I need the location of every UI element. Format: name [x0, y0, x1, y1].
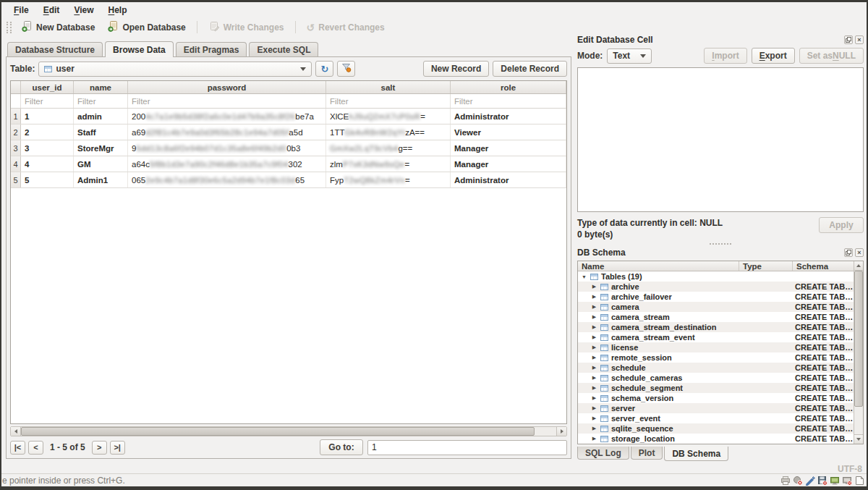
tree-item-table[interactable]: ▶schema_version CREATE TAB… [578, 393, 854, 403]
column-header-user-id[interactable]: user_id [21, 81, 74, 93]
tree-item-table[interactable]: ▶archive_failover CREATE TAB… [578, 292, 854, 302]
tree-item-table[interactable]: ▶server CREATE TAB… [578, 403, 854, 413]
scroll-right-icon[interactable] [556, 427, 566, 436]
new-record-button[interactable]: New Record [423, 61, 489, 77]
collapse-icon[interactable]: ▼ [581, 274, 587, 279]
cell-password[interactable]: 95dd13c8a6f2e94b07d1c35a8e6f49b2d00b3 [128, 140, 326, 156]
scroll-down-icon[interactable] [854, 434, 863, 444]
filter-input-name[interactable] [74, 94, 127, 108]
cell-user-id[interactable]: 2 [21, 124, 74, 140]
tab-browse-data[interactable]: Browse Data [105, 41, 174, 57]
float-dock-icon[interactable] [844, 35, 853, 44]
expand-icon[interactable]: ▶ [591, 385, 597, 391]
cell-salt[interactable]: XlCEhJ9uQ2mX7cP0sR= [326, 109, 451, 124]
tree-item-table[interactable]: ▶storage_location CREATE TAB… [578, 434, 854, 444]
scrollbar-thumb[interactable] [854, 271, 863, 407]
cell-salt[interactable]: 1TTGk4vR8nW2qYtzA== [326, 124, 451, 140]
cell-name[interactable]: Admin1 [74, 172, 128, 187]
float-dock-icon[interactable] [844, 248, 853, 257]
row-number[interactable]: 3 [11, 140, 21, 156]
cell-value-editor[interactable] [577, 67, 864, 212]
filter-input-user-id[interactable] [21, 94, 73, 108]
expand-icon[interactable]: ▶ [591, 415, 597, 421]
cell-password[interactable]: a69d2f81c4b7e9a0d3f65b28c1e94a7d05fa5d [128, 124, 326, 140]
tree-item-table[interactable]: ▶camera_stream_destination CREATE TAB… [578, 322, 854, 332]
table-select[interactable]: user [38, 62, 312, 77]
cell-role[interactable]: Viewer [451, 124, 566, 140]
expand-icon[interactable]: ▶ [591, 304, 597, 310]
cell-name[interactable]: Staff [74, 124, 128, 140]
scroll-left-icon[interactable] [11, 427, 21, 436]
expand-icon[interactable]: ▶ [591, 426, 597, 431]
tree-item-table[interactable]: ▶schedule_cameras CREATE TAB… [578, 373, 854, 383]
tree-item-table[interactable]: ▶remote_session CREATE TAB… [578, 352, 854, 363]
cell-password[interactable]: 0652e9c4b7a1d8f30e6c5a2d94b7e1f8c03d65 [128, 172, 326, 187]
cell-salt[interactable]: FypT2wQ8kZm4rVn= [326, 172, 451, 187]
tree-column-name[interactable]: Name [578, 261, 739, 271]
dock-splitter[interactable] [576, 241, 865, 247]
row-number[interactable]: 1 [11, 109, 21, 124]
row-number[interactable]: 4 [11, 156, 21, 172]
column-header-password[interactable]: password [128, 81, 326, 93]
tree-item-table[interactable]: ▶camera_stream_event CREATE TAB… [578, 332, 854, 342]
tree-item-table[interactable]: ▶server_event CREATE TAB… [578, 413, 854, 423]
tab-sql-log[interactable]: SQL Log [577, 447, 629, 460]
set-as-null-button[interactable]: Set as NULL [799, 48, 864, 64]
write-changes-button[interactable]: Write Changes [203, 19, 289, 35]
tree-column-type[interactable]: Type [739, 261, 793, 271]
filter-input-role[interactable] [451, 94, 566, 108]
vertical-scrollbar[interactable] [854, 261, 863, 444]
expand-icon[interactable]: ▶ [591, 334, 597, 340]
next-page-button[interactable]: > [92, 441, 107, 455]
cell-name[interactable]: GM [74, 156, 128, 172]
cell-name[interactable]: admin [74, 109, 128, 124]
tree-item-table[interactable]: ▶license CREATE TAB… [578, 342, 854, 352]
apply-button[interactable]: Apply [819, 217, 864, 233]
tree-item-table[interactable]: ▶camera_stream CREATE TAB… [578, 312, 854, 322]
expand-icon[interactable]: ▶ [591, 436, 597, 442]
menu-view[interactable]: View [67, 4, 100, 17]
close-dock-icon[interactable]: × [855, 35, 864, 44]
cell-user-id[interactable]: 1 [21, 109, 74, 124]
tree-root-tables[interactable]: ▼Tables (19) [578, 271, 854, 282]
expand-icon[interactable]: ▶ [591, 284, 597, 290]
expand-icon[interactable]: ▶ [591, 355, 597, 360]
cell-name[interactable]: StoreMgr [74, 140, 128, 156]
scrollbar-track[interactable] [854, 271, 863, 434]
scrollbar-track[interactable] [21, 427, 556, 436]
open-database-button[interactable]: Open Database [102, 19, 190, 35]
cell-salt[interactable]: zlmP7xK3dNw9sQe= [326, 156, 451, 172]
new-database-button[interactable]: New Database [16, 19, 100, 35]
clear-filters-button[interactable] [337, 61, 355, 77]
scroll-up-icon[interactable] [854, 261, 863, 271]
last-page-button[interactable]: >| [110, 441, 125, 455]
tree-item-table[interactable]: ▶sqlite_sequence CREATE TAB… [578, 423, 854, 434]
export-button[interactable]: Export [752, 48, 795, 64]
cell-password[interactable]: 2004c7a1e9b5d38f2a6c0e1d47b9a35c8f26be7a [128, 109, 326, 124]
close-dock-icon[interactable]: × [855, 248, 864, 257]
menu-edit[interactable]: Edit [37, 4, 67, 17]
goto-record-input[interactable] [367, 440, 567, 455]
expand-icon[interactable]: ▶ [591, 405, 597, 411]
tab-database-structure[interactable]: Database Structure [7, 42, 103, 56]
cell-role[interactable]: Manager [451, 156, 566, 172]
cell-password[interactable]: a64c5f8b1d3e7a90c2f46d8e1b35a7c9f04302 [128, 156, 326, 172]
tab-edit-pragmas[interactable]: Edit Pragmas [176, 42, 247, 56]
mode-select[interactable]: Text [607, 48, 652, 64]
tab-plot[interactable]: Plot [631, 447, 663, 460]
tree-item-table[interactable]: ▶schedule CREATE TAB… [578, 363, 854, 373]
filter-input-salt[interactable] [326, 94, 450, 108]
expand-icon[interactable]: ▶ [591, 345, 597, 350]
expand-icon[interactable]: ▶ [591, 324, 597, 330]
horizontal-scrollbar[interactable] [10, 426, 567, 436]
tree-column-schema[interactable]: Schema [793, 261, 854, 271]
menu-help[interactable]: Help [102, 4, 134, 17]
expand-icon[interactable]: ▶ [591, 395, 597, 401]
cell-role[interactable]: Manager [451, 140, 566, 156]
first-page-button[interactable]: |< [10, 441, 25, 455]
delete-record-button[interactable]: Delete Record [493, 61, 567, 77]
expand-icon[interactable]: ▶ [591, 365, 597, 371]
cell-role[interactable]: Administrator [451, 109, 566, 124]
refresh-button[interactable]: ↻ [315, 61, 333, 77]
cell-salt[interactable]: GmXw2LqT9cVb4g== [326, 140, 451, 156]
